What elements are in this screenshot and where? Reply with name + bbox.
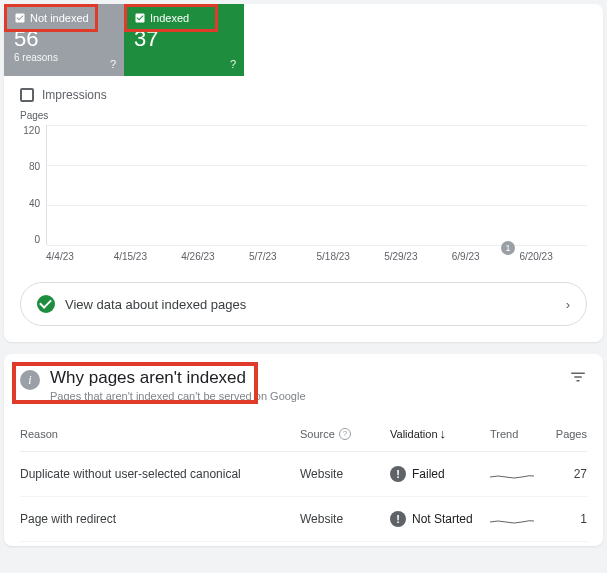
help-icon[interactable]: ? <box>339 428 351 440</box>
cell-validation: !Failed <box>390 466 490 482</box>
chart-marker-icon[interactable]: 1 <box>501 241 515 255</box>
tile-value: 37 <box>134 26 234 52</box>
cell-source: Website <box>300 467 390 481</box>
indexing-chart: Pages 120 80 40 0 1 4/4/23 4/15/23 4/26/… <box>4 110 603 262</box>
impressions-label: Impressions <box>42 88 107 102</box>
checkbox-checked-icon <box>14 12 26 24</box>
view-data-label: View data about indexed pages <box>65 297 246 312</box>
check-circle-icon <box>37 295 55 313</box>
status-dot-icon: ! <box>390 511 406 527</box>
section-title: Why pages aren't indexed <box>50 368 306 388</box>
header-trend[interactable]: Trend <box>490 428 550 440</box>
help-icon[interactable]: ? <box>110 58 116 70</box>
tile-value: 56 <box>14 26 114 52</box>
tile-label: Not indexed <box>30 12 89 24</box>
tile-label: Indexed <box>150 12 189 24</box>
tile-subtext: 6 reasons <box>14 52 114 63</box>
cell-reason: Page with redirect <box>20 512 300 526</box>
cell-trend <box>490 470 550 478</box>
impressions-toggle[interactable]: Impressions <box>4 84 603 110</box>
table-header: Reason Source? Validation↓ Trend Pages <box>20 402 587 452</box>
status-dot-icon: ! <box>390 466 406 482</box>
header-source[interactable]: Source? <box>300 428 390 440</box>
cell-reason: Duplicate without user-selected canonica… <box>20 467 300 481</box>
table-row[interactable]: Page with redirectWebsite!Not Started1 <box>20 497 587 542</box>
help-icon[interactable]: ? <box>230 58 236 70</box>
filter-icon <box>569 368 587 386</box>
header-pages[interactable]: Pages <box>550 428 587 440</box>
section-subtitle: Pages that aren't indexed can't be serve… <box>50 390 306 402</box>
y-axis-ticks: 120 80 40 0 <box>20 125 46 245</box>
cell-pages: 1 <box>550 512 587 526</box>
chart-plot[interactable]: 1 <box>46 125 587 245</box>
view-indexed-data-link[interactable]: View data about indexed pages › <box>20 282 587 326</box>
cell-pages: 27 <box>550 467 587 481</box>
checkbox-unchecked-icon <box>20 88 34 102</box>
arrow-down-icon: ↓ <box>440 426 447 441</box>
filter-button[interactable] <box>569 368 587 389</box>
status-tile-indexed[interactable]: Indexed 37 ? <box>124 4 244 76</box>
status-tile-not-indexed[interactable]: Not indexed 56 6 reasons ? <box>4 4 124 76</box>
table-row[interactable]: Duplicate without user-selected canonica… <box>20 452 587 497</box>
cell-validation: !Not Started <box>390 511 490 527</box>
header-reason[interactable]: Reason <box>20 428 300 440</box>
cell-trend <box>490 515 550 523</box>
header-validation[interactable]: Validation↓ <box>390 426 490 441</box>
checkbox-checked-icon <box>134 12 146 24</box>
cell-source: Website <box>300 512 390 526</box>
info-icon: i <box>20 370 40 390</box>
y-axis-label: Pages <box>20 110 587 121</box>
chevron-right-icon: › <box>566 297 570 312</box>
status-tiles-row: Not indexed 56 6 reasons ? Indexed 37 ? <box>4 4 603 84</box>
